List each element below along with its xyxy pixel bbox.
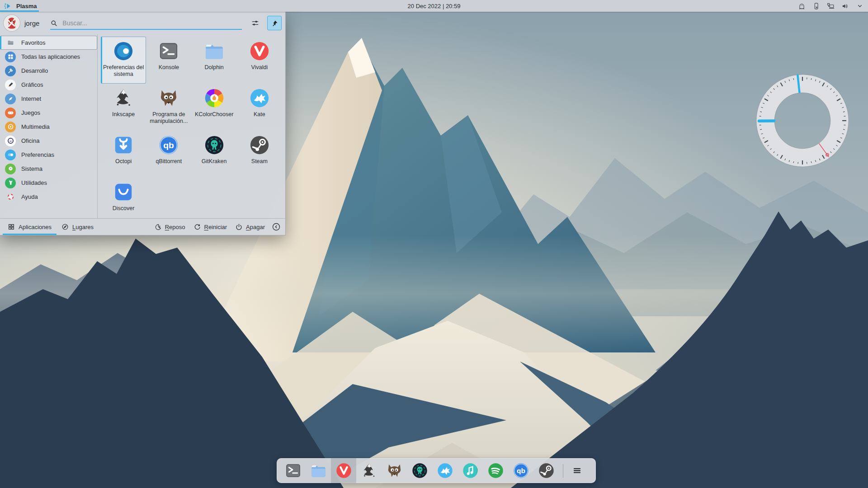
- app-tile[interactable]: Kate: [237, 84, 282, 131]
- app-tile[interactable]: Preferencias del sistema: [101, 37, 146, 84]
- app-label: Vivaldi: [251, 64, 268, 71]
- category-item[interactable]: Gráficos: [0, 78, 97, 92]
- app-kate: [249, 88, 270, 108]
- dock-menu-button[interactable]: [567, 458, 586, 483]
- document-icon: [5, 136, 16, 146]
- dock-item-gimp[interactable]: [382, 458, 407, 483]
- compass-icon: [5, 94, 16, 104]
- app-label: Discover: [113, 205, 135, 212]
- category-item[interactable]: Desarrollo: [0, 64, 97, 78]
- dock-item-gitkraken[interactable]: [407, 458, 432, 483]
- dock-item-konsole[interactable]: [280, 458, 306, 483]
- app-tile[interactable]: KColorChooser: [192, 84, 237, 131]
- system-tray: [798, 2, 868, 10]
- category-sidebar: Favoritos Todas las aplicaciones Desarro…: [0, 34, 98, 218]
- panel-clock[interactable]: 20 Dec 2022 | 20:59: [408, 3, 461, 9]
- app-elisa: [462, 462, 479, 479]
- app-tile[interactable]: Konsole: [146, 37, 191, 84]
- favorites-grid: Preferencias del sistema Konsole Dolphin…: [98, 34, 285, 218]
- dock-separator: [563, 464, 563, 478]
- ghost-icon[interactable]: [798, 2, 806, 10]
- folder-icon: [5, 38, 16, 48]
- dock-item-dolphin[interactable]: [306, 458, 331, 483]
- collapse-button[interactable]: [270, 221, 283, 233]
- action-apagar[interactable]: Apagar: [231, 223, 269, 231]
- lifebuoy-icon: [5, 192, 16, 202]
- dock-item-elisa[interactable]: [458, 458, 483, 483]
- pin-button[interactable]: [267, 16, 282, 30]
- dock-item-spotify[interactable]: [483, 458, 508, 483]
- app-konsole: [285, 462, 302, 479]
- category-item[interactable]: Utilidades: [0, 176, 97, 190]
- app-gitkraken: [204, 135, 225, 155]
- dock-item-vivaldi[interactable]: [331, 458, 356, 483]
- action-reiniciar[interactable]: Reiniciar: [189, 223, 231, 231]
- category-item[interactable]: Juegos: [0, 106, 97, 120]
- tab-lugares[interactable]: Lugares: [57, 219, 99, 235]
- power-icon: [235, 223, 243, 231]
- category-item[interactable]: Ayuda: [0, 190, 97, 204]
- dock-item-steam[interactable]: [533, 458, 559, 483]
- app-gimp: [386, 462, 403, 479]
- category-item[interactable]: Multimedia: [0, 120, 97, 134]
- volume-icon[interactable]: [841, 2, 849, 10]
- launcher-logo-icon: [4, 2, 12, 10]
- launcher-header: jorge: [0, 12, 285, 34]
- search-input[interactable]: [61, 19, 245, 27]
- chevron-down-icon[interactable]: [856, 2, 863, 10]
- app-tile[interactable]: Programa de manipulación...: [146, 84, 191, 131]
- category-label: Gráficos: [21, 81, 43, 88]
- app-tile[interactable]: qb qBittorrent: [146, 131, 191, 178]
- user-name: jorge: [24, 19, 39, 27]
- app-spotify: [487, 462, 504, 479]
- gear-icon: [5, 164, 16, 174]
- tab-label: Lugares: [72, 224, 94, 230]
- user-avatar[interactable]: [4, 15, 20, 31]
- category-item[interactable]: Oficina: [0, 134, 97, 148]
- network-icon[interactable]: [827, 2, 835, 10]
- category-label: Preferencias: [21, 151, 54, 158]
- app-tile[interactable]: Steam: [237, 131, 282, 178]
- category-label: Favoritos: [21, 39, 45, 46]
- app-label: KColorChooser: [195, 111, 233, 118]
- category-label: Ayuda: [21, 193, 38, 200]
- task-manager-entry-plasma[interactable]: Plasma: [0, 0, 43, 12]
- action-label: Apagar: [246, 224, 265, 230]
- search-icon: [50, 19, 58, 27]
- category-item[interactable]: Preferencias: [0, 148, 97, 162]
- app-tile[interactable]: Inkscape: [101, 84, 146, 131]
- dock-item-qbittorrent[interactable]: qb: [508, 458, 533, 483]
- analog-clock-widget[interactable]: [755, 74, 849, 168]
- search-field[interactable]: [50, 15, 245, 31]
- app-label: Preferencias del sistema: [101, 64, 146, 78]
- app-vivaldi: [335, 462, 352, 479]
- category-label: Internet: [21, 95, 41, 102]
- app-dolphin: [310, 462, 327, 479]
- app-label: GitKraken: [202, 158, 227, 165]
- app-tile[interactable]: Octopi: [101, 131, 146, 178]
- app-kcolorchooser: [204, 88, 225, 108]
- category-item[interactable]: Favoritos: [0, 36, 97, 50]
- app-tile[interactable]: Discover: [101, 178, 146, 225]
- category-item[interactable]: Todas las aplicaciones: [0, 50, 97, 64]
- category-label: Juegos: [21, 109, 40, 116]
- device-icon[interactable]: [812, 2, 820, 10]
- app-tile[interactable]: Vivaldi: [237, 37, 282, 84]
- category-item[interactable]: Sistema: [0, 162, 97, 176]
- restart-icon: [193, 223, 201, 231]
- dock-item-inkscape[interactable]: [356, 458, 382, 483]
- icons-only-task-manager: qb: [277, 458, 596, 483]
- filter-button[interactable]: [249, 17, 261, 29]
- application-launcher: jorge Favoritos Todas las aplicaciones D…: [0, 12, 286, 235]
- app-konsole: [158, 41, 179, 61]
- apps-tab-icon: [8, 223, 15, 230]
- app-tile[interactable]: GitKraken: [192, 131, 237, 178]
- app-tile[interactable]: Dolphin: [192, 37, 237, 84]
- category-item[interactable]: Internet: [0, 92, 97, 106]
- action-label: Reposo: [165, 224, 185, 230]
- dock-item-kate[interactable]: [432, 458, 458, 483]
- tab-aplicaciones[interactable]: Aplicaciones: [3, 219, 57, 235]
- toggle-icon: [5, 150, 16, 160]
- app-octopi: [113, 135, 134, 155]
- action-reposo[interactable]: Reposo: [150, 223, 189, 231]
